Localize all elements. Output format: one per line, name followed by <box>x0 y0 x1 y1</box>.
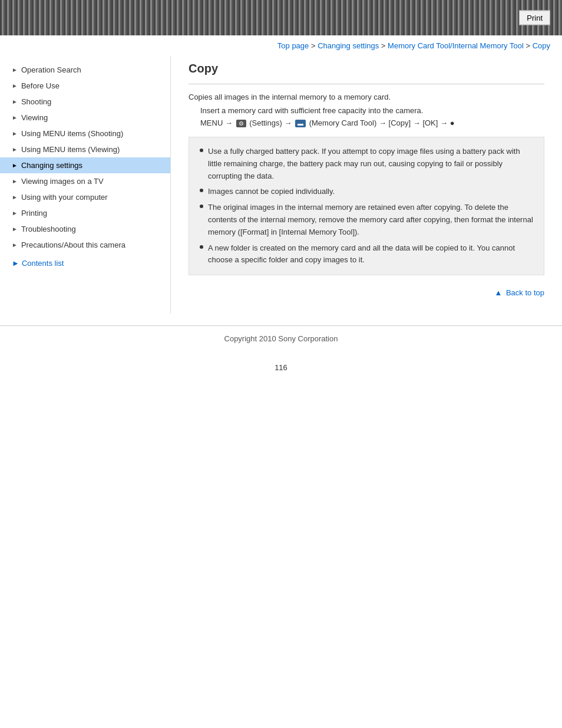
sidebar-item-operation-search[interactable]: ► Operation Search <box>0 62 170 78</box>
sidebar-item-printing[interactable]: ► Printing <box>0 205 170 221</box>
notes-box: Use a fully charged battery pack. If you… <box>189 137 544 275</box>
arrow-icon: ► <box>12 226 18 232</box>
ok-label: [OK] <box>422 118 438 127</box>
settings-icon: ⚙ <box>236 120 246 127</box>
list-item: The original images in the internal memo… <box>200 202 533 238</box>
arrow-icon: ► <box>12 242 18 248</box>
instruction-text: Insert a memory card with sufficient fre… <box>200 106 544 115</box>
sidebar-item-viewing-on-tv[interactable]: ► Viewing images on a TV <box>0 173 170 189</box>
sidebar-item-before-use[interactable]: ► Before Use <box>0 78 170 94</box>
note-text-3: The original images in the internal memo… <box>208 202 533 238</box>
list-item: Images cannot be copied individually. <box>200 186 533 198</box>
arrow-5: → <box>440 118 450 127</box>
menu-steps: MENU → ⚙ (Settings) → ▬ (Memory Card Too… <box>200 118 544 127</box>
arrow-1: → <box>225 118 235 127</box>
bullet-icon <box>200 189 203 192</box>
sidebar-item-changing-settings[interactable]: ► Changing settings <box>0 157 170 173</box>
copyright-text: Copyright 2010 Sony Corporation <box>224 334 338 343</box>
contents-arrow-icon: ► <box>12 259 19 268</box>
contents-list-link[interactable]: ► Contents list <box>0 253 170 274</box>
page-title: Copy <box>189 62 544 75</box>
arrow-3: → <box>379 118 389 127</box>
arrow-icon: ► <box>12 194 18 200</box>
memory-card-label: (Memory Card Tool) <box>309 118 377 127</box>
arrow-icon: ► <box>12 98 18 105</box>
arrow-icon: ► <box>12 67 18 73</box>
sidebar: ► Operation Search ► Before Use ► Shooti… <box>0 56 171 314</box>
sidebar-item-troubleshooting[interactable]: ► Troubleshooting <box>0 221 170 237</box>
bullet-icon <box>200 149 203 152</box>
sidebar-item-using-computer[interactable]: ► Using with your computer <box>0 189 170 205</box>
copy-label: [Copy] <box>389 118 411 127</box>
page-title-section: Copy <box>189 62 544 84</box>
breadcrumb-top-page[interactable]: Top page <box>277 41 309 50</box>
sidebar-item-precautions[interactable]: ► Precautions/About this camera <box>0 237 170 253</box>
arrow-2: → <box>284 118 294 127</box>
arrow-icon: ► <box>12 162 18 169</box>
footer: Copyright 2010 Sony Corporation <box>0 325 562 351</box>
menu-label: MENU <box>200 118 223 127</box>
arrow-icon: ► <box>12 114 18 121</box>
breadcrumb-copy[interactable]: Copy <box>533 41 550 50</box>
arrow-icon: ► <box>12 146 18 153</box>
list-item: A new folder is created on the memory ca… <box>200 242 533 267</box>
arrow-icon: ► <box>12 83 18 89</box>
note-text-1: Use a fully charged battery pack. If you… <box>208 146 533 182</box>
note-text-2: Images cannot be copied individually. <box>208 186 335 198</box>
page-number: 116 <box>0 351 562 384</box>
arrow-icon: ► <box>12 130 18 137</box>
arrow-icon: ► <box>12 178 18 185</box>
breadcrumb-memory-card-tool[interactable]: Memory Card Tool/Internal Memory Tool <box>388 41 524 50</box>
settings-label: (Settings) <box>249 118 282 127</box>
breadcrumb-changing-settings[interactable]: Changing settings <box>318 41 379 50</box>
back-to-top-row: ▲ Back to top <box>189 284 544 302</box>
back-to-top-label: Back to top <box>506 288 544 297</box>
breadcrumb: Top page > Changing settings > Memory Ca… <box>0 35 562 56</box>
list-item: Use a fully charged battery pack. If you… <box>200 146 533 182</box>
final-bullet: ● <box>450 118 455 127</box>
note-text-4: A new folder is created on the memory ca… <box>208 242 533 267</box>
sidebar-item-viewing[interactable]: ► Viewing <box>0 110 170 126</box>
notes-list: Use a fully charged battery pack. If you… <box>200 146 533 266</box>
up-arrow-icon: ▲ <box>494 288 502 297</box>
back-to-top-link[interactable]: ▲ Back to top <box>494 288 544 297</box>
bullet-icon <box>200 205 203 208</box>
sidebar-item-using-menu-shooting[interactable]: ► Using MENU items (Shooting) <box>0 126 170 141</box>
sidebar-item-using-menu-viewing[interactable]: ► Using MENU items (Viewing) <box>0 141 170 157</box>
bullet-icon <box>200 245 203 249</box>
intro-text: Copies all images in the internal memory… <box>189 93 544 101</box>
header-bar: Print <box>0 0 562 35</box>
arrow-icon: ► <box>12 210 18 216</box>
arrow-4: → <box>413 118 423 127</box>
content-area: Copy Copies all images in the internal m… <box>171 56 562 314</box>
sidebar-item-shooting[interactable]: ► Shooting <box>0 94 170 110</box>
print-button[interactable]: Print <box>519 11 550 25</box>
memory-card-icon: ▬ <box>295 120 306 127</box>
main-layout: ► Operation Search ► Before Use ► Shooti… <box>0 56 562 325</box>
